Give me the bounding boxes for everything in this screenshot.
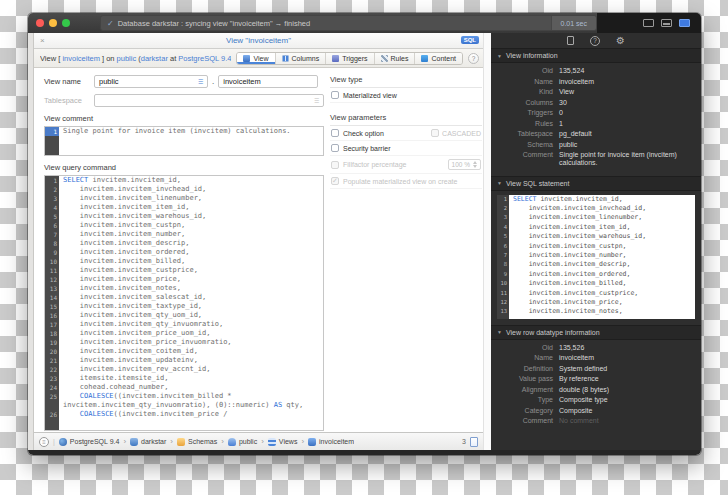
code-line: 5 invcitem.invcitem_warehous_id,	[45, 212, 323, 221]
view-options-panel: View type Materialized view View paramet…	[330, 72, 482, 196]
fillfactor-percentage-checkbox	[331, 161, 339, 169]
views-icon	[268, 438, 276, 446]
toggle-right-panel-icon[interactable]	[679, 19, 690, 27]
close-window-button[interactable]	[36, 19, 44, 27]
line-number: 2	[497, 204, 509, 213]
info-label: Triggers	[497, 109, 559, 117]
section-header-view-row-datatype-information[interactable]: ▼View row datatype information	[491, 325, 701, 340]
window-bottom-edge	[28, 450, 701, 455]
tab-view[interactable]: View	[237, 53, 275, 64]
breadcrumb-link[interactable]: darkstar	[141, 54, 168, 63]
check-option-checkbox[interactable]	[331, 129, 339, 137]
breadcrumb-caret-icon: ›	[221, 437, 224, 446]
inspector-toolbar: ? ⚙	[491, 33, 701, 48]
crumb-label: invoiceitem	[319, 438, 354, 445]
tab-columns[interactable]: Columns	[276, 53, 327, 64]
info-value: invoiceitem	[559, 78, 695, 86]
sql-statement-code[interactable]: 1SELECT invcitem.invcitem_id,2 invcitem.…	[497, 195, 695, 319]
code-line: 10 invcitem.invcitem_billed,	[45, 257, 323, 266]
section-header-view-information[interactable]: ▼View information	[491, 48, 701, 63]
code-line: 2 invcitem.invcitem_invchead_id,	[497, 204, 695, 213]
line-number: 12	[497, 298, 509, 307]
line-number: 10	[497, 279, 509, 288]
info-value: Composite type	[559, 396, 695, 404]
traffic-lights	[28, 19, 78, 27]
cascaded-label: CASCADED	[442, 130, 481, 137]
triggers-icon	[332, 55, 339, 62]
view-name-input[interactable]: invoiceitem	[218, 75, 318, 88]
zoom-window-button[interactable]	[62, 19, 70, 27]
line-number: 4	[497, 223, 509, 232]
populate-materialized-view-on-create-checkbox	[331, 177, 339, 185]
line-number: 14	[45, 293, 59, 302]
statusbar-crumb-schemas[interactable]: Schemas	[177, 438, 217, 446]
code-line-text: invcitem.invcitem_notes,	[509, 307, 695, 316]
disclosure-triangle-icon: ▼	[497, 329, 502, 335]
toggle-bottom-panel-icon[interactable]	[661, 19, 672, 27]
code-line-text: invcitem.invcitem_billed,	[509, 279, 695, 288]
help-icon[interactable]: ?	[590, 36, 600, 46]
sync-check-icon: ✓	[107, 19, 114, 28]
tab-rules[interactable]: Rules	[375, 53, 416, 64]
statusbar-crumb-postgresql-9-4[interactable]: PostgreSQL 9.4	[59, 438, 120, 446]
disclosure-triangle-icon: ▼	[497, 53, 502, 59]
view-icon	[243, 55, 250, 62]
info-value: Single point for invoice item (invcitem)…	[559, 151, 695, 167]
breadcrumb-link[interactable]: invoiceitem	[62, 54, 100, 63]
view-comment-editor[interactable]: 1Single point for invoice item (invcitem…	[44, 126, 324, 156]
sql-log-icon[interactable]	[470, 437, 478, 447]
breadcrumb-text: ] on	[100, 54, 117, 63]
materialized-view-checkbox[interactable]	[331, 91, 339, 99]
tab-content[interactable]: Content	[415, 53, 462, 64]
sql-button[interactable]: SQL	[461, 36, 479, 44]
info-value: public	[559, 141, 695, 149]
breadcrumb-link[interactable]: PostgreSQL 9.4	[178, 54, 231, 63]
statusbar-crumb-public[interactable]: public	[228, 438, 257, 446]
tab-close-button[interactable]: ×	[40, 37, 45, 45]
code-line: 18 invcitem.invcitem_price_uom_id,	[45, 329, 323, 338]
line-number: 1	[45, 127, 59, 136]
tab-triggers[interactable]: Triggers	[326, 53, 374, 64]
view-editor: View name public ☰ . invoiceitem Table	[34, 68, 483, 432]
main-column: × View "invoiceitem" SQL View [ invoicei…	[28, 33, 483, 450]
breadcrumb-link[interactable]: public	[117, 54, 137, 63]
view-comment-label: View comment	[44, 114, 324, 123]
statusbar-crumb-views[interactable]: Views	[268, 438, 298, 446]
code-line: 5 invcitem.invcitem_warehous_id,	[497, 232, 695, 241]
code-line-text: invcitem.invcitem_custprice,	[509, 289, 695, 298]
object-breadcrumb: View [ invoiceitem ] on public (darkstar…	[40, 54, 231, 63]
schema-input[interactable]: public ☰	[94, 75, 208, 88]
info-value: invoiceitem	[559, 354, 695, 362]
content-icon	[421, 55, 428, 62]
main-scrollbar[interactable]	[483, 33, 491, 450]
schema-picker-icon[interactable]: ☰	[198, 79, 203, 85]
code-line: 8 invcitem.invcitem_descrip,	[45, 239, 323, 248]
minimize-window-button[interactable]	[49, 19, 57, 27]
document-icon[interactable]	[567, 36, 574, 45]
info-row: KindView	[497, 88, 695, 96]
code-line: 6 invcitem.invcitem_custpn,	[497, 242, 695, 251]
statusbar-crumb-invoiceitem[interactable]: invoiceitem	[308, 438, 354, 446]
info-row: CategoryComposite	[497, 407, 695, 415]
toggle-left-panel-icon[interactable]	[643, 19, 654, 27]
view-query-editor[interactable]: 1SELECT invcitem.invcitem_id,2 invcitem.…	[44, 175, 324, 431]
gear-icon[interactable]: ⚙	[616, 36, 625, 46]
titlebar: ✓ Database darkstar : syncing view "invo…	[28, 13, 701, 33]
app-window: ✓ Database darkstar : syncing view "invo…	[28, 13, 701, 455]
section-header-view-sql-statement[interactable]: ▼View SQL statement	[491, 176, 701, 191]
populate-materialized-view-on-create-label: Populate materialized view on create	[343, 178, 457, 185]
statusbar-crumb-darkstar[interactable]: darkstar	[130, 438, 166, 446]
security-barrier-checkbox[interactable]	[331, 144, 339, 152]
info-value: 135,524	[559, 67, 695, 75]
line-number: 10	[45, 257, 59, 266]
code-line-text: invcitem.invcitem_number,	[509, 251, 695, 260]
code-line: 6 invcitem.invcitem_custpn,	[45, 221, 323, 230]
check-option-label: Check option	[343, 130, 384, 137]
code-line-text: invcitem.invcitem_ordered,	[509, 270, 695, 279]
line-number: 8	[497, 260, 509, 269]
tablespace-input[interactable]: ☰	[94, 94, 324, 107]
info-row: TypeComposite type	[497, 396, 695, 404]
help-button[interactable]: ?	[468, 53, 479, 64]
connection-menu-icon[interactable]: ≡	[39, 437, 49, 447]
code-line: 25 COALESCE((invcitem.invcitem_billed * …	[45, 392, 323, 410]
